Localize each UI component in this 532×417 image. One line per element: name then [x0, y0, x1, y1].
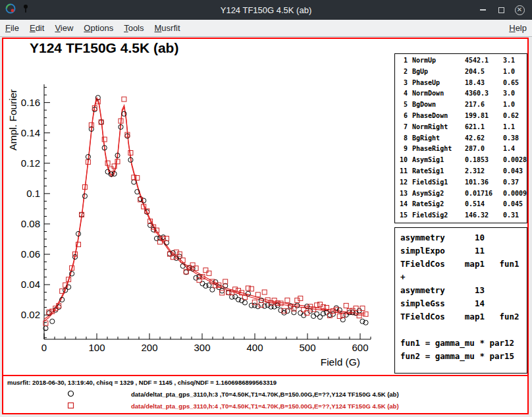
application-window: { "window": { "title": "Y124 TF150G 4.5K…: [0, 0, 532, 417]
param-row: 1NormUp4542.13.1: [398, 55, 524, 67]
param-row: 11RateSig12.3120.043: [398, 166, 524, 177]
plot-pad[interactable]: Y124 TF150G 4.5K (ab) 010020030040050060…: [2, 38, 529, 376]
svg-text:0.08: 0.08: [21, 218, 40, 229]
param-row: 2BgUp204.51.0: [398, 67, 524, 78]
theory-line: [400, 323, 521, 337]
menu-item-help[interactable]: Help: [504, 21, 532, 35]
minimize-icon: [480, 9, 486, 11]
svg-text:500: 500: [299, 342, 315, 353]
param-row: 14RateSig20.5140.045: [398, 199, 524, 210]
close-button[interactable]: ✕: [514, 4, 525, 16]
legend-row: data/deltat_pta_gps_3110,h:3 ,T0=4.50K,T…: [3, 390, 527, 398]
svg-text:0.14: 0.14: [21, 127, 40, 138]
param-row: 6PhaseDown199.810.62: [398, 111, 524, 122]
svg-text:0.16: 0.16: [21, 97, 40, 108]
svg-text:100: 100: [88, 342, 105, 353]
svg-text:600: 600: [352, 342, 368, 353]
theory-line: fun2 = gamma_mu * par15: [400, 350, 521, 363]
svg-text:0.1: 0.1: [26, 188, 40, 199]
theory-line: simpleGss 14: [400, 297, 521, 310]
legend-label: data/deltat_pta_gps_3110,h:3 ,T0=4.50K,T…: [131, 391, 399, 398]
legend-square-marker-icon: [67, 400, 74, 412]
param-row: 3PhaseUp18.430.65: [398, 78, 524, 89]
minimize-button[interactable]: [477, 4, 489, 16]
menu-item-edit[interactable]: Edit: [24, 21, 49, 35]
fit-parameters-box: 1NormUp4542.13.12BgUp204.51.03PhaseUp18.…: [394, 53, 527, 223]
theory-line: TFieldCos map1 fun2: [400, 310, 521, 323]
theory-line: asymmetry 10: [400, 231, 521, 244]
param-row: 7NormRight621.11.1: [398, 122, 524, 133]
root-canvas: Y124 TF150G 4.5K (ab) 010020030040050060…: [0, 37, 532, 417]
legend-row: data/deltat_pta_gps_3110,h:4 ,T0=4.50K,T…: [3, 402, 527, 410]
theory-line: simplExpo 11: [400, 244, 521, 258]
param-row: 13AsymSig20.017160.00098: [398, 188, 524, 200]
fit-parameters-rows: 1NormUp4542.13.12BgUp204.51.03PhaseUp18.…: [398, 55, 524, 221]
svg-text:Field (G): Field (G): [321, 356, 360, 368]
param-row: 10AsymSig10.18530.0028: [398, 155, 524, 166]
menu-item-options[interactable]: Options: [78, 21, 119, 35]
titlebar[interactable]: Y124 TF150G 4.5K (ab) ✕: [0, 0, 532, 20]
menu-item-tools[interactable]: Tools: [119, 21, 149, 35]
param-row: 8BgRight42.620.38: [398, 133, 524, 144]
maximize-icon: [498, 7, 504, 13]
app-icon[interactable]: [5, 3, 16, 16]
theory-line: asymmetry 13: [400, 284, 521, 297]
menubar: File Edit View Options Tools Musrfit Hel…: [0, 20, 532, 37]
theory-line: fun1 = gamma_mu * par12: [400, 337, 521, 350]
svg-text:200: 200: [141, 342, 157, 353]
legend-circle-marker-icon: [67, 388, 74, 400]
svg-text:300: 300: [194, 342, 210, 353]
close-icon: ✕: [515, 5, 525, 15]
svg-text:0.06: 0.06: [21, 248, 40, 260]
legend-label: data/deltat_pta_gps_3110,h:4 ,T0=4.50K,T…: [131, 403, 399, 410]
svg-text:Ampl. Fourier: Ampl. Fourier: [7, 89, 18, 150]
svg-text:400: 400: [246, 342, 263, 353]
pin-icon[interactable]: [22, 4, 30, 16]
window-title: Y124 TF150G 4.5K (ab): [0, 5, 532, 15]
param-row: 5BgDown217.61.0: [398, 99, 524, 111]
param-row: 15FieldSig2146.320.31: [398, 210, 524, 221]
param-row: 4NormDown4360.33.0: [398, 88, 524, 99]
plot-title: Y124 TF150G 4.5K (ab): [30, 40, 178, 56]
menu-item-file[interactable]: File: [0, 21, 24, 35]
theory-line: TFieldCos map1 fun1: [400, 258, 521, 271]
fit-info-line: musrfit: 2018-06-30, 13:19:40, chisq = 1…: [7, 379, 277, 386]
param-row: 12FieldSig1101.360.37: [398, 177, 524, 188]
svg-text:0.12: 0.12: [21, 157, 40, 169]
theory-box: asymmetry 10simplExpo 11TFieldCos map1 f…: [394, 227, 527, 374]
svg-text:0: 0: [41, 342, 47, 353]
info-pad: musrfit: 2018-06-30, 13:19:40, chisq = 1…: [2, 375, 529, 414]
menu-item-musrfit[interactable]: Musrfit: [149, 21, 186, 35]
svg-text:0.02: 0.02: [21, 309, 40, 320]
param-row: 9PhaseRight287.01.4: [398, 144, 524, 155]
svg-text:0.04: 0.04: [21, 279, 40, 290]
theory-line: +: [400, 271, 521, 284]
fourier-plot[interactable]: 01002003004005006000.020.040.060.080.10.…: [3, 65, 396, 375]
maximize-button[interactable]: [495, 4, 507, 16]
menu-item-view[interactable]: View: [49, 21, 78, 35]
